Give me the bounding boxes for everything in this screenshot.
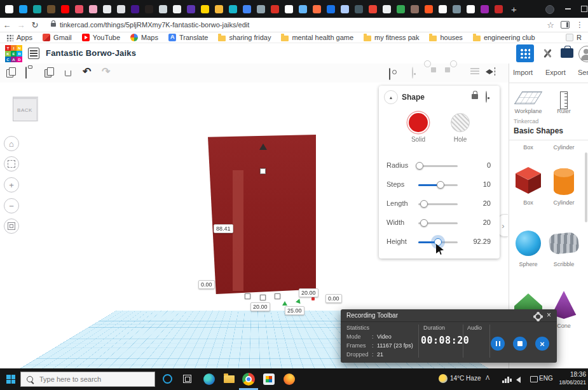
show-all-button[interactable] (412, 67, 413, 79)
dim-label-z[interactable]: 0.00 (198, 280, 215, 289)
tab-favicon[interactable] (201, 5, 209, 13)
tab-favicon[interactable] (369, 5, 377, 13)
tab-favicon[interactable] (411, 5, 419, 13)
export-button[interactable]: Export (545, 69, 566, 76)
tab-favicon[interactable] (355, 5, 363, 13)
window-minimize-button[interactable] (559, 0, 576, 18)
start-button[interactable] (6, 375, 15, 384)
cancel-recording-button[interactable]: × (535, 337, 549, 351)
hole-option[interactable] (451, 113, 470, 132)
tab-favicon[interactable] (131, 5, 139, 13)
url-text[interactable]: tinkercad.com/things/5pljRMXmy7K-fantast… (60, 21, 249, 29)
forward-icon[interactable]: → (14, 20, 28, 30)
slider-knob[interactable] (420, 200, 428, 208)
pause-recording-button[interactable] (491, 337, 505, 351)
office-taskbar-icon[interactable] (263, 373, 275, 385)
tab-favicon[interactable] (285, 5, 293, 13)
hide-shape-icon[interactable] (486, 91, 487, 103)
radius-value[interactable]: 0 (458, 161, 491, 169)
cortana-button[interactable] (163, 374, 172, 384)
stop-recording-button[interactable] (513, 337, 527, 351)
workplane-tool[interactable] (510, 91, 546, 104)
home-view-button[interactable]: ⌂ (4, 136, 19, 151)
volume-icon[interactable] (516, 377, 521, 383)
perspective-toggle-button[interactable] (4, 219, 19, 234)
scale-handle-bottom-left[interactable] (245, 293, 250, 299)
tab-favicon[interactable] (327, 5, 335, 13)
tab-favicon[interactable] (383, 5, 391, 13)
bookmark-item[interactable]: Maps (130, 34, 158, 41)
send-button[interactable]: Send To (578, 69, 588, 76)
file-explorer-taskbar-icon[interactable] (224, 375, 235, 383)
tab-favicon[interactable] (145, 5, 153, 13)
tray-expand-chevron[interactable]: ᐱ (486, 375, 489, 381)
shape-item-scribble[interactable]: Scribble (546, 225, 582, 267)
bookmark-item[interactable]: my fitness pak (364, 34, 419, 41)
recorder-close-icon[interactable]: × (547, 311, 551, 319)
user-avatar[interactable] (578, 46, 588, 62)
paste-button[interactable] (25, 67, 27, 79)
panel-scrollbar[interactable] (585, 152, 587, 222)
shape-item-cylinder[interactable]: Cylinder (546, 164, 582, 206)
dim-label-height[interactable]: 88.41 (214, 224, 233, 233)
refresh-icon[interactable]: ↻ (28, 20, 42, 30)
tab-favicon[interactable] (47, 5, 55, 13)
zoom-in-button[interactable]: + (4, 177, 19, 192)
tab-favicon[interactable] (439, 5, 447, 13)
tab-favicon[interactable] (453, 5, 461, 13)
tab-favicon[interactable] (229, 5, 237, 13)
tinkercad-logo[interactable]: TINKERCAD (5, 45, 22, 62)
browser-menu-icon[interactable]: ⋮ (576, 20, 584, 29)
tab-favicon[interactable] (117, 5, 125, 13)
import-button[interactable]: Import (513, 69, 533, 76)
bookmark-item[interactable]: R (566, 34, 582, 41)
tab-favicon[interactable] (103, 5, 111, 13)
solid-option[interactable] (409, 113, 428, 132)
firefox-taskbar-icon[interactable] (284, 373, 295, 385)
slider-knob[interactable] (416, 162, 423, 170)
recorder-settings-icon[interactable] (535, 313, 542, 320)
tab-favicon[interactable] (159, 5, 167, 13)
scale-handle-bottom-mid[interactable] (260, 295, 266, 300)
tab-favicon[interactable] (187, 5, 195, 13)
tab-favicon[interactable] (481, 5, 489, 13)
tools-icon[interactable] (542, 48, 553, 59)
width-value[interactable]: 20 (458, 219, 491, 226)
shapes-category-dropdown[interactable]: Basic Shapes (514, 126, 563, 135)
ruler-tool[interactable] (546, 91, 582, 109)
dim-label-offset[interactable]: 25.00 (285, 306, 304, 315)
tab-favicon[interactable] (425, 5, 433, 13)
slider-knob[interactable] (420, 219, 428, 227)
taskbar-search[interactable] (20, 372, 155, 387)
browser-profile-icon[interactable] (545, 5, 554, 14)
designs-menu-icon[interactable] (28, 48, 39, 59)
steps-slider[interactable] (418, 184, 458, 186)
height-value[interactable]: 92.29 (458, 238, 491, 245)
zoom-out-button[interactable]: − (4, 198, 19, 213)
bookmark-item[interactable]: Apps (6, 34, 32, 41)
tab-favicon[interactable] (495, 5, 503, 13)
new-tab-button[interactable]: + (511, 4, 517, 14)
tab-favicon[interactable] (75, 5, 83, 13)
length-slider[interactable] (418, 203, 458, 205)
lock-shape-icon[interactable] (472, 94, 478, 99)
tab-favicon[interactable] (271, 5, 279, 13)
tab-favicon[interactable] (33, 5, 41, 13)
tab-favicon[interactable] (89, 5, 97, 13)
tab-favicon[interactable] (341, 5, 349, 13)
scale-handle-bottom-right[interactable] (275, 293, 280, 299)
length-value[interactable]: 20 (458, 199, 491, 207)
view-cube[interactable]: BACK (13, 97, 38, 121)
redo-button[interactable]: ↷ (102, 65, 110, 77)
lock-icon[interactable] (51, 23, 56, 27)
briefcase-icon[interactable] (561, 48, 573, 58)
tab-favicon[interactable] (313, 5, 321, 13)
side-panel-icon[interactable] (561, 21, 570, 29)
bookmark-item[interactable]: sharing friday (218, 34, 271, 41)
shape-item-sphere[interactable]: Sphere (510, 225, 546, 267)
bookmark-item[interactable]: engineering club (473, 34, 535, 41)
bookmark-star-icon[interactable]: ☆ (547, 20, 554, 30)
tab-favicon[interactable] (257, 5, 265, 13)
taskbar-clock[interactable]: 18:36 18/06/2021 (554, 371, 586, 386)
network-icon[interactable] (530, 376, 538, 382)
